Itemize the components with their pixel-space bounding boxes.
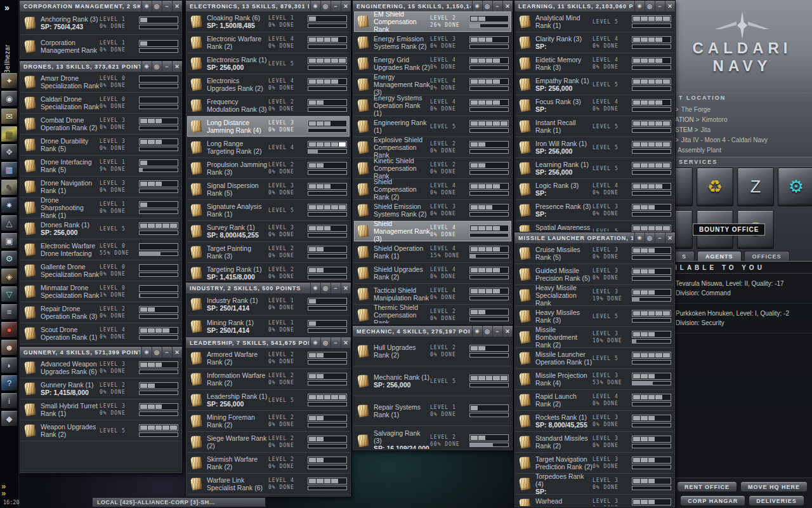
skill-row[interactable]: Logic Rank (3)SP:LEVEL 40% DONE	[516, 179, 674, 200]
agent-list-item[interactable]: Tevarula Nisuwa, Level: II, Quality: -17…	[672, 274, 812, 304]
window-titlebar[interactable]: DRONES, 13 SKILLS, 373,621 POINTS✳◎−✕	[20, 61, 182, 72]
help-button[interactable]: ◎	[320, 1, 331, 11]
skill-row[interactable]: Scout Drone Operation Rank (1)LEVEL 40% …	[21, 323, 181, 344]
skill-row[interactable]: Combat Drone Operation Rank (2)LEVEL 30%…	[21, 114, 181, 135]
skill-row[interactable]: Survey Rank (1)SP: 8,000/45,255LEVEL 30%…	[187, 221, 350, 242]
skill-row[interactable]: Weapon Upgrades Rank (2)LEVEL 5	[21, 420, 181, 441]
character-sheet-icon[interactable]: ✦	[1, 72, 18, 89]
skill-row[interactable]: Armored Warfare Rank (2)LEVEL 20% DONE	[187, 348, 350, 369]
corp-hangar-button[interactable]: CORP HANGAR	[680, 495, 745, 506]
window-titlebar[interactable]: LEARNING, 11 SKILLS, 2,103,060 POINTS✳◎−…	[514, 1, 675, 11]
skill-row[interactable]: EM Shield Compensation RankLEVEL 226% DO…	[354, 11, 511, 32]
window-titlebar[interactable]: LEADERSHIP, 7 SKILLS, 541,675 POINTS✳◎−✕	[186, 337, 351, 348]
help-button[interactable]: ◎	[152, 61, 162, 72]
skill-row[interactable]: Analytical Mind Rank (1)LEVEL 5	[516, 11, 674, 32]
people-places-icon[interactable]: ❖	[1, 144, 18, 160]
assets-icon[interactable]: ▦	[1, 161, 18, 178]
skill-row[interactable]: Gunnery Rank (1)SP: 1,415/8,000LEVEL 20%…	[21, 378, 181, 399]
skill-row[interactable]: Electronics Rank (1)SP: 256,000LEVEL 5	[187, 53, 350, 74]
fleet-icon[interactable]: △	[1, 215, 18, 231]
skill-row[interactable]: Electronic Warfare Drone InterfacingLEVE…	[21, 239, 181, 260]
skill-row[interactable]: Drone Durability Rank (5)LEVEL 30% DONE	[21, 135, 181, 156]
minimize-button[interactable]: −	[162, 1, 172, 11]
skill-row[interactable]: Shield Management Rank (3)LEVEL 40% DONE	[354, 221, 511, 242]
window-titlebar[interactable]: GUNNERY, 4 SKILLS, 571,399 POINTS✳◎−✕	[20, 347, 182, 358]
skill-row[interactable]: Energy Systems Operation Rank (1)LEVEL 4…	[354, 95, 511, 116]
corporation-icon[interactable]: ◆	[1, 410, 18, 427]
help-button[interactable]: ◎	[482, 1, 492, 11]
close-button[interactable]: ✕	[665, 232, 675, 243]
market-icon[interactable]: ◉	[1, 90, 18, 107]
skill-row[interactable]: Instant Recall Rank (1)LEVEL 5	[516, 116, 674, 137]
skill-row[interactable]: Missile Bombardment Rank (2)LEVEL 310% D…	[516, 327, 674, 348]
store-icon[interactable]: ●	[1, 321, 18, 338]
close-button[interactable]: ✕	[341, 337, 351, 348]
skill-row[interactable]: Eidetic Memory Rank (3)LEVEL 40% DONE	[516, 53, 674, 74]
skill-row[interactable]: Skirmish Warfare Rank (2)LEVEL 20% DONE	[187, 453, 350, 474]
contracts-icon[interactable]: ✎	[1, 179, 18, 196]
science-industry-icon[interactable]: ⚙	[1, 250, 18, 267]
move-hq-here-button[interactable]: MOVE HQ HERE	[740, 481, 808, 492]
cloning-bay-icon[interactable]: ⚙	[778, 168, 812, 206]
minimize-button[interactable]: −	[331, 337, 341, 348]
tab-offices[interactable]: OFFICES	[744, 251, 790, 261]
skill-row[interactable]: Tactical Shield Manipulation RankLEVEL 4…	[354, 284, 511, 305]
skill-row[interactable]: Rockets Rank (1)SP: 8,000/45,255LEVEL 30…	[516, 411, 674, 432]
skill-row[interactable]: Siege Warfare Rank (2)LEVEL 20% DONE	[187, 432, 350, 453]
skill-row[interactable]: Missile Projection Rank (4)LEVEL 353% DO…	[516, 369, 674, 390]
skill-row[interactable]: Repair Systems Rank (1)LEVEL 10% DONE	[354, 396, 511, 426]
minimize-button[interactable]: −	[655, 1, 665, 11]
skill-row[interactable]: Drone Sharpshooting Rank (1)LEVEL 10% DO…	[21, 197, 181, 218]
portrait-icon[interactable]: ☻	[1, 339, 18, 356]
skill-row[interactable]: Mining Foreman Rank (2)LEVEL 20% DONE	[187, 411, 350, 432]
minimize-button[interactable]: −	[162, 347, 172, 358]
skill-row[interactable]: Hull Upgrades Rank (2)LEVEL 20% DONE	[354, 337, 511, 366]
skill-row[interactable]: Targeting Rank (1)SP: 1,415/8,000LEVEL 2…	[187, 263, 350, 280]
skill-row[interactable]: Mechanic Rank (1)SP: 256,000LEVEL 5	[354, 366, 511, 396]
pin-button[interactable]: ✳	[141, 1, 152, 11]
skill-row[interactable]: Industry Rank (1)SP: 250/1,414LEVEL 10% …	[187, 293, 350, 316]
skill-row[interactable]: Target Painting Rank (3)LEVEL 20% DONE	[187, 242, 350, 263]
pin-button[interactable]: ✳	[310, 283, 320, 293]
window-titlebar[interactable]: ENGINEERING, 15 SKILLS, 1,150,144 POINTS…	[353, 1, 513, 11]
skill-row[interactable]: Shield Upgrades Rank (2)LEVEL 40% DONE	[354, 263, 511, 284]
help-button[interactable]: ◎	[645, 232, 655, 243]
window-titlebar[interactable]: INDUSTRY, 2 SKILLS, 500 POINTS✳◎−✕	[186, 283, 351, 293]
skill-row[interactable]: Electronic Warfare Rank (2)LEVEL 40% DON…	[187, 32, 350, 53]
help-button[interactable]: ◎	[320, 337, 331, 348]
window-titlebar[interactable]: CORPORATION MANAGEMENT, 2 SKILLS, 4,743 …	[20, 1, 182, 11]
skill-row[interactable]: Mining Rank (1)SP: 250/1,414LEVEL 10% DO…	[187, 316, 350, 335]
tutorial-icon[interactable]: i	[1, 392, 18, 409]
pin-button[interactable]: ✳	[141, 61, 152, 72]
skill-row[interactable]: Amarr Drone Specialization RankLEVEL 00%…	[21, 72, 181, 93]
skill-row[interactable]: Drones Rank (1)SP: 256,000LEVEL 5	[21, 218, 181, 239]
skill-row[interactable]: Heavy Missile Specialization RankLEVEL 3…	[516, 285, 674, 306]
skill-row[interactable]: Gallente Drone Specialization RankLEVEL …	[21, 260, 181, 281]
skill-row[interactable]: Shield Emission Systems Rank (2)LEVEL 30…	[354, 200, 511, 221]
skill-row[interactable]: Cruise Missiles Rank (5)LEVEL 30% DONE	[516, 243, 674, 264]
minimize-button[interactable]: −	[655, 232, 665, 243]
channels-icon[interactable]: ◗	[1, 357, 18, 373]
close-button[interactable]: ✕	[172, 61, 182, 72]
rent-office-button[interactable]: RENT OFFICE	[677, 481, 737, 492]
skill-row[interactable]: Warfare Link Specialist Rank (6)LEVEL 40…	[187, 474, 350, 495]
skill-row[interactable]: Anchoring Rank (3)SP: 750/4,243LEVEL 10%…	[21, 11, 181, 35]
skill-row[interactable]: Propulsion Jamming Rank (3)LEVEL 20% DON…	[187, 158, 350, 179]
reprocessing-plant-icon[interactable]: ♻	[697, 168, 733, 206]
skill-row[interactable]: Leadership Rank (1)SP: 256,000LEVEL 5	[187, 390, 350, 411]
minimize-button[interactable]: −	[492, 1, 502, 11]
help-button[interactable]: ◎	[320, 283, 331, 293]
help-button[interactable]: ◎	[482, 326, 492, 337]
skill-row[interactable]: Corporation Management RankLEVEL 10% DON…	[21, 35, 181, 58]
help-button[interactable]: ◎	[152, 347, 162, 358]
pin-button[interactable]: ✳	[310, 1, 320, 11]
close-button[interactable]: ✕	[341, 1, 351, 11]
skill-row[interactable]: Torpedoes Rank (4)SP:LEVEL 30% DONE	[516, 474, 674, 495]
window-titlebar[interactable]: MECHANIC, 4 SKILLS, 275,197 POINTS✳◎−✕	[353, 326, 513, 337]
skill-row[interactable]: Salvaging Rank (3)SP: 16,109/24,000LEVEL…	[354, 426, 511, 449]
skill-row[interactable]: Long Distance Jamming Rank (4)LEVEL 30% …	[187, 116, 350, 137]
skill-row[interactable]: Explosive Shield Compensation RankLEVEL …	[354, 137, 511, 158]
deliveries-button[interactable]: DELIVERIES	[749, 495, 804, 506]
minimize-button[interactable]: −	[331, 283, 341, 293]
ships-icon[interactable]: ▽	[1, 286, 18, 302]
